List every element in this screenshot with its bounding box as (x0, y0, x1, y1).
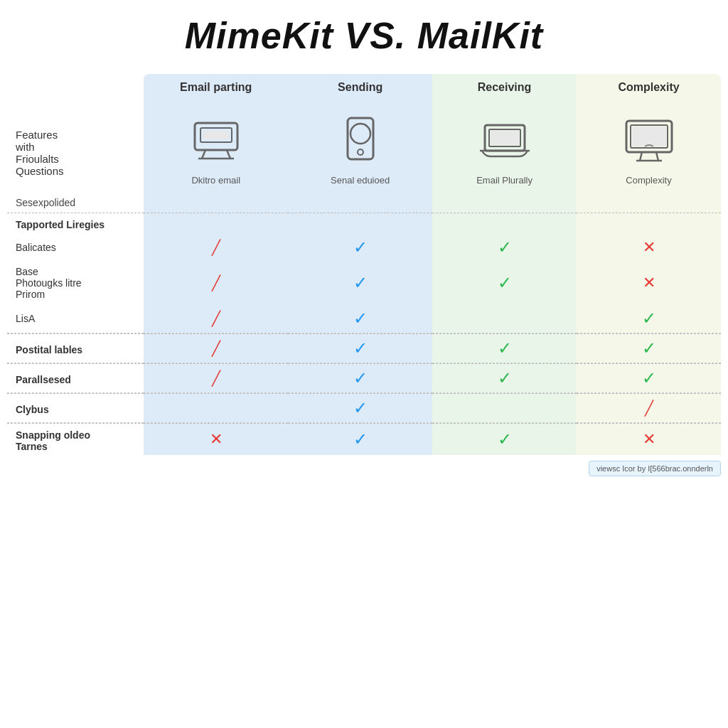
slash-icon: ╱ (212, 341, 220, 356)
postital-col2: ✓ (288, 334, 432, 363)
check-blue-icon: ✓ (353, 338, 368, 358)
section-snapping: Snapping oldeoTarnes ✕ ✓ ✓ ✕ (7, 424, 721, 455)
row-lisa: LisA ╱ ✓ ✓ (7, 304, 721, 333)
snapping-col3: ✓ (432, 424, 577, 455)
check-blue-icon: ✓ (353, 273, 368, 292)
row-photougks: BasePhotougks litrePrirom ╱ ✓ ✓ ✕ (7, 262, 721, 304)
lisa-label: LisA (7, 304, 144, 333)
parallsesed-col1: ╱ (144, 364, 288, 392)
svg-line-17 (656, 152, 658, 161)
th-empty (7, 74, 144, 105)
sesexpolided-label: Sesexpolided (7, 193, 144, 213)
cross-red-icon: ✕ (643, 238, 655, 256)
check-green-icon: ✓ (498, 273, 512, 292)
slash-icon: ╱ (212, 311, 220, 326)
email-icon-label: Dkitro email (146, 175, 285, 186)
photougks-col2: ✓ (288, 262, 432, 304)
check-blue-icon: ✓ (353, 398, 368, 417)
icon-receiving: Email Plurally (432, 105, 577, 193)
section-clybus: Clybus ✓ ╱ (7, 394, 721, 422)
icon-email: Dkitro email (144, 105, 288, 193)
section-tapported: Tapported Liregies (7, 213, 721, 233)
slash-icon: ╱ (645, 400, 653, 416)
slash-icon: ╱ (212, 370, 220, 386)
th-sending: Sending (288, 74, 432, 105)
parallsesed-col3: ✓ (432, 364, 577, 392)
watermark-area: viewsc Icor by I[566brac.onnderln (7, 461, 721, 476)
check-blue-icon: ✓ (353, 237, 368, 257)
check-green-icon: ✓ (498, 338, 512, 358)
section-postital: Postital lables ╱ ✓ ✓ ✓ (7, 334, 721, 363)
lisa-col4: ✓ (577, 304, 721, 333)
icon-sending: Senal eduioed (288, 105, 432, 193)
svg-point-8 (350, 124, 370, 144)
lisa-col3 (432, 304, 577, 333)
clybus-col4: ╱ (577, 394, 721, 422)
postital-col1: ╱ (144, 334, 288, 363)
balicates-col3: ✓ (432, 233, 577, 262)
clybus-col1 (144, 394, 288, 422)
row-balicates: Balicates ╱ ✓ ✓ ✕ (7, 233, 721, 262)
clybus-section-label: Clybus (7, 394, 144, 422)
check-green-icon: ✓ (498, 429, 512, 449)
svg-line-16 (640, 152, 642, 161)
svg-rect-15 (632, 127, 666, 146)
svg-point-7 (358, 149, 363, 155)
section-tapported-label: Tapported Liregies (7, 213, 144, 233)
email-icon (188, 112, 245, 169)
watermark: viewsc Icor by I[566brac.onnderln (589, 461, 721, 476)
svg-rect-11 (491, 131, 519, 145)
balicates-col1: ╱ (144, 233, 288, 262)
photougks-col3: ✓ (432, 262, 577, 304)
balicates-col4: ✕ (577, 233, 721, 262)
cross-red-icon: ✕ (210, 430, 223, 448)
features-label: FeatureswithFrioulaltsQuestions (7, 122, 144, 177)
parallsesed-col2: ✓ (288, 364, 432, 392)
page-title: MimeKit VS. MailKit (7, 14, 721, 57)
th-complexity: Complexity (577, 74, 721, 105)
check-green-icon: ✓ (642, 309, 656, 328)
cross-red-icon: ✕ (643, 274, 655, 291)
check-green-icon: ✓ (498, 237, 512, 257)
photougks-col1: ╱ (144, 262, 288, 304)
balicates-label: Balicates (7, 233, 144, 262)
postital-section-label: Postital lables (7, 334, 144, 363)
slash-icon: ╱ (212, 275, 220, 291)
check-green-icon: ✓ (642, 368, 656, 387)
svg-line-3 (202, 150, 205, 159)
icon-row-left: FeatureswithFrioulaltsQuestions (7, 105, 144, 193)
postital-col3: ✓ (432, 334, 577, 363)
receiving-icon (476, 112, 533, 169)
th-email: Email parting (144, 74, 288, 105)
check-blue-icon: ✓ (353, 309, 368, 328)
check-blue-icon: ✓ (353, 429, 368, 449)
icon-complexity: Complexity (577, 105, 721, 193)
parallsesed-col4: ✓ (577, 364, 721, 392)
photougks-col4: ✕ (577, 262, 721, 304)
snapping-col2: ✓ (288, 424, 432, 455)
complexity-icon-label: Complexity (579, 175, 718, 186)
sending-icon-label: Senal eduioed (291, 175, 429, 186)
svg-line-4 (227, 150, 230, 159)
check-green-icon: ✓ (642, 338, 656, 358)
snapping-col1: ✕ (144, 424, 288, 455)
complexity-icon (621, 112, 678, 169)
clybus-col3 (432, 394, 577, 422)
lisa-col1: ╱ (144, 304, 288, 333)
slash-icon: ╱ (212, 240, 220, 255)
svg-rect-2 (203, 131, 229, 139)
icon-row: FeatureswithFrioulaltsQuestions (7, 105, 721, 193)
check-green-icon: ✓ (498, 368, 512, 387)
cross-red-icon: ✕ (643, 430, 655, 448)
comparison-table: Email parting Sending Receiving Complexi… (7, 74, 721, 455)
photougks-label: BasePhotougks litrePrirom (7, 262, 144, 304)
sesexpolided-row: Sesexpolided (7, 193, 721, 213)
check-blue-icon: ✓ (353, 368, 368, 387)
section-parallsesed: Parallsesed ╱ ✓ ✓ ✓ (7, 364, 721, 392)
parallsesed-section-label: Parallsesed (7, 364, 144, 392)
balicates-col2: ✓ (288, 233, 432, 262)
lisa-col2: ✓ (288, 304, 432, 333)
page: MimeKit VS. MailKit Email parting Sendin… (0, 0, 728, 491)
snapping-section-label: Snapping oldeoTarnes (7, 424, 144, 455)
snapping-col4: ✕ (577, 424, 721, 455)
